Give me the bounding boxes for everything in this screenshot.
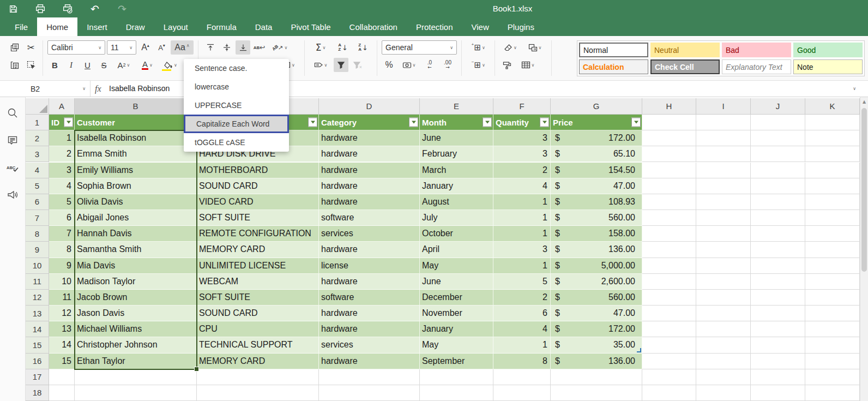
column-header-A[interactable]: A	[49, 98, 75, 115]
cell-C8[interactable]: REMOTE CONFIGURATION	[197, 226, 319, 242]
table-header-cell-C1[interactable]: Customer	[75, 115, 197, 130]
case-menu-item-4[interactable]: Capitalize Each Word	[184, 115, 289, 133]
cell-D18[interactable]	[197, 385, 319, 401]
cell-I15[interactable]	[642, 337, 696, 353]
cell-undefined9[interactable]	[805, 242, 860, 258]
cell-K11[interactable]	[751, 274, 805, 290]
filter-button-E1[interactable]	[409, 118, 418, 127]
cell-I9[interactable]	[642, 242, 696, 258]
select-all-corner[interactable]	[26, 98, 49, 115]
row-header-6[interactable]: 6	[26, 194, 49, 210]
cell-B4[interactable]: Emily Williams	[75, 163, 197, 178]
cell-C12[interactable]: SOFT SUITE	[197, 290, 319, 306]
cell-J6[interactable]	[696, 194, 751, 210]
cell-D15[interactable]: services	[319, 337, 420, 353]
cell-K10[interactable]	[751, 258, 805, 274]
cell-undefined4[interactable]	[805, 163, 860, 178]
column-header-I[interactable]: I	[696, 98, 751, 115]
redo-button[interactable]: ↷	[117, 3, 128, 14]
cell-J10[interactable]	[696, 258, 751, 274]
align-middle-button[interactable]	[219, 40, 234, 55]
cell-K9[interactable]	[751, 242, 805, 258]
tab-home[interactable]: Home	[37, 17, 77, 36]
cell-E5[interactable]: January	[420, 178, 493, 194]
wrap-text-button[interactable]: AB↩	[252, 40, 267, 55]
row-header-5[interactable]: 5	[26, 178, 49, 194]
cell-C15[interactable]: TECHNICAL SUPPORT	[197, 337, 319, 353]
cell-C5[interactable]: SOUND CARD	[197, 178, 319, 194]
style-explanatory-text[interactable]: Explanatory Text	[722, 59, 791, 74]
cell-undefined3[interactable]	[805, 146, 860, 162]
cell-J8[interactable]	[696, 226, 751, 242]
cell-C9[interactable]: MEMORY CARD	[197, 242, 319, 258]
decrease-font-button[interactable]: A▾	[154, 40, 169, 55]
cell-G8[interactable]: $158.00	[551, 226, 642, 242]
cell-F18[interactable]	[420, 385, 493, 401]
undo-button[interactable]: ↶	[89, 3, 100, 14]
cell-undefined10[interactable]	[805, 258, 860, 274]
cell-F5[interactable]: 4	[493, 178, 551, 194]
cell-undefined1[interactable]	[805, 115, 860, 130]
row-header-1[interactable]: 1	[26, 115, 49, 130]
cell-F17[interactable]	[420, 369, 493, 385]
cell-D12[interactable]: software	[319, 290, 420, 306]
percent-style-button[interactable]: %	[382, 58, 396, 72]
cell-D14[interactable]: hardware	[319, 321, 420, 337]
cell-C16[interactable]: MEMORY CARD	[197, 354, 319, 369]
cell-A15[interactable]: 14	[49, 337, 75, 353]
print-button[interactable]	[35, 3, 46, 14]
tab-protection[interactable]: Protection	[407, 17, 462, 36]
cell-C6[interactable]: VIDEO CARD	[197, 194, 319, 210]
expand-formula-bar-icon[interactable]: ∨	[853, 86, 856, 91]
row-header-7[interactable]: 7	[26, 210, 49, 226]
cell-B13[interactable]: Jason Davis	[75, 306, 197, 321]
cell-G18[interactable]	[493, 385, 551, 401]
cell-J15[interactable]	[696, 337, 751, 353]
cell-E4[interactable]: March	[420, 163, 493, 178]
cut-button[interactable]: ✂	[23, 40, 38, 55]
named-ranges-button[interactable]: ∨	[309, 58, 332, 72]
row-header-4[interactable]: 4	[26, 163, 49, 178]
cell-undefined11[interactable]	[805, 274, 860, 290]
cell-E14[interactable]: January	[420, 321, 493, 337]
cell-K15[interactable]	[751, 337, 805, 353]
cell-J3[interactable]	[696, 146, 751, 162]
cell-I14[interactable]	[642, 321, 696, 337]
cell-undefined12[interactable]	[805, 290, 860, 306]
text-orientation-button[interactable]: AB→∨	[268, 40, 291, 55]
style-bad[interactable]: Bad	[722, 43, 791, 57]
align-top-button[interactable]	[203, 40, 218, 55]
cell-E10[interactable]: May	[420, 258, 493, 274]
cell-D5[interactable]: hardware	[319, 178, 420, 194]
cell-C11[interactable]: WEBCAM	[197, 274, 319, 290]
cell-A2[interactable]: 1	[49, 130, 75, 146]
tab-file[interactable]: File	[5, 17, 37, 36]
font-color-button[interactable]: A∨	[136, 58, 158, 72]
cell-undefined14[interactable]	[805, 321, 860, 337]
delete-cells-button[interactable]: ⁻⊞∨	[466, 58, 490, 72]
decrease-decimal-button[interactable]: .0←	[421, 58, 438, 72]
cell-F2[interactable]: 3	[493, 130, 551, 146]
cell-A4[interactable]: 3	[49, 163, 75, 178]
cell-J12[interactable]	[696, 290, 751, 306]
filter-button-F1[interactable]	[483, 118, 492, 127]
cell-F11[interactable]: 5	[493, 274, 551, 290]
case-menu-item-3[interactable]: UPPERCASE	[184, 96, 289, 115]
cell-K18[interactable]	[751, 385, 805, 401]
cell-E12[interactable]: December	[420, 290, 493, 306]
cell-B12[interactable]: Jacob Brown	[75, 290, 197, 306]
underline-button[interactable]: U	[80, 58, 95, 72]
cell-A10[interactable]: 9	[49, 258, 75, 274]
cell-D9[interactable]: hardware	[319, 242, 420, 258]
cell-A6[interactable]: 5	[49, 194, 75, 210]
format-painter-button[interactable]	[499, 58, 514, 72]
cell-B2[interactable]: Isabella Robinson	[75, 130, 197, 146]
italic-button[interactable]: I	[64, 58, 79, 72]
cell-E11[interactable]: June	[420, 274, 493, 290]
cell-C10[interactable]: UNLIMITED LICENSE	[197, 258, 319, 274]
cell-I5[interactable]	[642, 178, 696, 194]
cell-B6[interactable]: Olivia Davis	[75, 194, 197, 210]
cell-D7[interactable]: software	[319, 210, 420, 226]
cell-I18[interactable]	[642, 385, 696, 401]
cell-A16[interactable]: 15	[49, 354, 75, 369]
